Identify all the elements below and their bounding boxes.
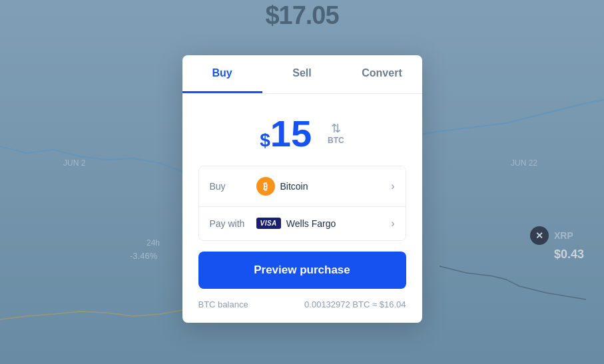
toggle-currency-label: BTC xyxy=(328,136,344,145)
currency-toggle[interactable]: ⇅ BTC xyxy=(328,122,344,145)
btc-icon: ₿ xyxy=(256,177,275,196)
tab-buy[interactable]: Buy xyxy=(182,55,262,93)
amount-value[interactable]: 15 xyxy=(270,115,312,152)
asset-content: ₿ Bitcoin xyxy=(256,177,392,196)
payment-method-row[interactable]: Pay with VISA Wells Fargo › xyxy=(199,207,406,240)
chevron-right-payment-icon: › xyxy=(391,218,394,230)
chevron-right-icon: › xyxy=(391,180,394,192)
modal-overlay: Buy Sell Convert $ 15 ⇅ BTC Buy xyxy=(0,0,604,364)
tab-sell[interactable]: Sell xyxy=(262,55,342,93)
buy-asset-row[interactable]: Buy ₿ Bitcoin › xyxy=(199,166,406,207)
balance-row: BTC balance 0.00132972 BTC ≈ $16.04 xyxy=(182,299,422,323)
buy-label: Buy xyxy=(210,181,256,192)
balance-label: BTC balance xyxy=(198,299,248,309)
balance-value: 0.00132972 BTC ≈ $16.04 xyxy=(304,299,406,309)
currency-symbol: $ xyxy=(260,130,270,151)
asset-name: Bitcoin xyxy=(280,181,308,192)
trade-modal: Buy Sell Convert $ 15 ⇅ BTC Buy xyxy=(182,55,422,323)
payment-content: VISA Wells Fargo xyxy=(256,218,392,229)
payment-name: Wells Fargo xyxy=(286,218,336,229)
amount-section: $ 15 ⇅ BTC xyxy=(182,94,422,166)
visa-badge: VISA xyxy=(256,218,281,229)
preview-purchase-button[interactable]: Preview purchase xyxy=(198,252,406,289)
options-section: Buy ₿ Bitcoin › Pay with VISA Wells Farg… xyxy=(198,166,406,241)
pay-with-label: Pay with xyxy=(210,218,256,229)
toggle-arrows-icon: ⇅ xyxy=(331,122,341,134)
amount-display: $ 15 xyxy=(260,115,312,152)
tabs-container: Buy Sell Convert xyxy=(182,55,422,94)
tab-convert[interactable]: Convert xyxy=(342,55,422,93)
